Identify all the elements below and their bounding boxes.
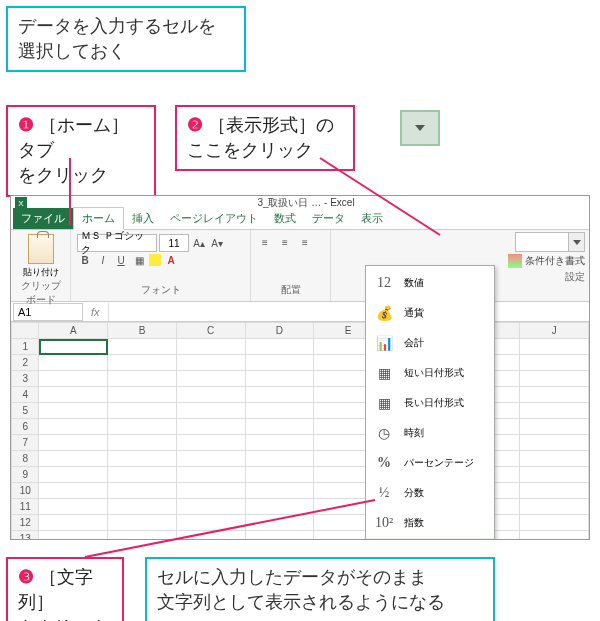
col-header[interactable]: J [520, 323, 589, 339]
fmt-percent[interactable]: %パーセンテージ [366, 448, 494, 478]
tab-pagelayout[interactable]: ページレイアウト [162, 208, 266, 229]
row-header[interactable]: 9 [12, 467, 39, 483]
cell[interactable] [176, 355, 245, 371]
fmt-longdate[interactable]: ▦長い日付形式 [366, 388, 494, 418]
bold-icon[interactable]: B [77, 252, 93, 268]
fmt-time[interactable]: ◷時刻 [366, 418, 494, 448]
cell[interactable] [520, 339, 589, 355]
cell[interactable] [245, 515, 314, 531]
cell[interactable] [245, 531, 314, 540]
cell[interactable] [108, 339, 177, 355]
cell[interactable] [108, 371, 177, 387]
row-header[interactable]: 10 [12, 483, 39, 499]
cell[interactable] [245, 435, 314, 451]
cell[interactable] [39, 387, 108, 403]
fmt-number[interactable]: 12数値 [366, 268, 494, 298]
cell[interactable] [108, 531, 177, 540]
formula-bar[interactable] [108, 303, 589, 321]
cell[interactable] [176, 531, 245, 540]
increase-font-icon[interactable]: A▴ [191, 235, 207, 251]
align-center-icon[interactable]: ≡ [277, 234, 293, 250]
cell[interactable] [108, 467, 177, 483]
row-header[interactable]: 2 [12, 355, 39, 371]
cell[interactable] [39, 355, 108, 371]
cell[interactable] [39, 435, 108, 451]
cell[interactable] [176, 467, 245, 483]
cell[interactable] [176, 515, 245, 531]
cell[interactable] [520, 499, 589, 515]
cell[interactable] [176, 483, 245, 499]
cell[interactable] [39, 515, 108, 531]
align-left-icon[interactable]: ≡ [257, 234, 273, 250]
col-header[interactable]: C [176, 323, 245, 339]
cell[interactable] [245, 355, 314, 371]
cell[interactable] [245, 403, 314, 419]
conditional-formatting-button[interactable]: 条件付き書式 [508, 254, 585, 268]
cell[interactable] [520, 483, 589, 499]
cell[interactable] [39, 531, 108, 540]
cell[interactable] [176, 451, 245, 467]
cell[interactable] [520, 435, 589, 451]
cell[interactable] [39, 339, 108, 355]
cell[interactable] [245, 339, 314, 355]
cell[interactable] [108, 451, 177, 467]
cell[interactable] [176, 419, 245, 435]
cell[interactable] [39, 467, 108, 483]
cell[interactable] [520, 467, 589, 483]
cell[interactable] [39, 371, 108, 387]
cell[interactable] [245, 371, 314, 387]
col-header[interactable]: D [245, 323, 314, 339]
cell[interactable] [176, 403, 245, 419]
border-icon[interactable]: ▦ [131, 252, 147, 268]
fmt-currency[interactable]: 💰通貨 [366, 298, 494, 328]
tab-formulas[interactable]: 数式 [266, 208, 304, 229]
fmt-text[interactable]: ABC文字列 [366, 538, 494, 540]
cell[interactable] [39, 483, 108, 499]
cell[interactable] [108, 483, 177, 499]
paste-icon[interactable] [28, 234, 54, 264]
number-format-selector[interactable] [515, 232, 585, 252]
cell[interactable] [520, 515, 589, 531]
number-format-dropdown-button[interactable] [568, 233, 584, 251]
cell[interactable] [245, 483, 314, 499]
spreadsheet-grid[interactable]: ABCDEFGJ1234567891011121314151617181920 [11, 322, 589, 539]
cell[interactable] [176, 435, 245, 451]
cell[interactable] [108, 515, 177, 531]
cell[interactable] [39, 403, 108, 419]
italic-icon[interactable]: I [95, 252, 111, 268]
row-header[interactable]: 7 [12, 435, 39, 451]
tab-home[interactable]: ホーム [73, 207, 124, 230]
cell[interactable] [108, 419, 177, 435]
font-name-selector[interactable]: ＭＳ Ｐゴシック [77, 234, 157, 252]
fmt-accounting[interactable]: 📊会計 [366, 328, 494, 358]
cell[interactable] [108, 435, 177, 451]
cell[interactable] [39, 419, 108, 435]
row-header[interactable]: 12 [12, 515, 39, 531]
tab-data[interactable]: データ [304, 208, 353, 229]
cell[interactable] [245, 419, 314, 435]
fmt-exponent[interactable]: 10²指数 [366, 508, 494, 538]
cell[interactable] [108, 403, 177, 419]
tab-insert[interactable]: 挿入 [124, 208, 162, 229]
row-header[interactable]: 5 [12, 403, 39, 419]
tab-file[interactable]: ファイル [13, 208, 73, 229]
row-header[interactable]: 3 [12, 371, 39, 387]
row-header[interactable]: 1 [12, 339, 39, 355]
cell[interactable] [520, 531, 589, 540]
cell[interactable] [520, 371, 589, 387]
tab-view[interactable]: 表示 [353, 208, 391, 229]
fmt-shortdate[interactable]: ▦短い日付形式 [366, 358, 494, 388]
decrease-font-icon[interactable]: A▾ [209, 235, 225, 251]
row-header[interactable]: 6 [12, 419, 39, 435]
row-header[interactable]: 13 [12, 531, 39, 540]
row-header[interactable]: 8 [12, 451, 39, 467]
cell[interactable] [176, 387, 245, 403]
fmt-fraction[interactable]: ½分数 [366, 478, 494, 508]
font-color-icon[interactable]: A [163, 252, 179, 268]
fill-color-icon[interactable] [149, 254, 161, 266]
cell[interactable] [176, 339, 245, 355]
cell[interactable] [176, 499, 245, 515]
cell[interactable] [245, 451, 314, 467]
col-header[interactable]: A [39, 323, 108, 339]
cell[interactable] [520, 451, 589, 467]
